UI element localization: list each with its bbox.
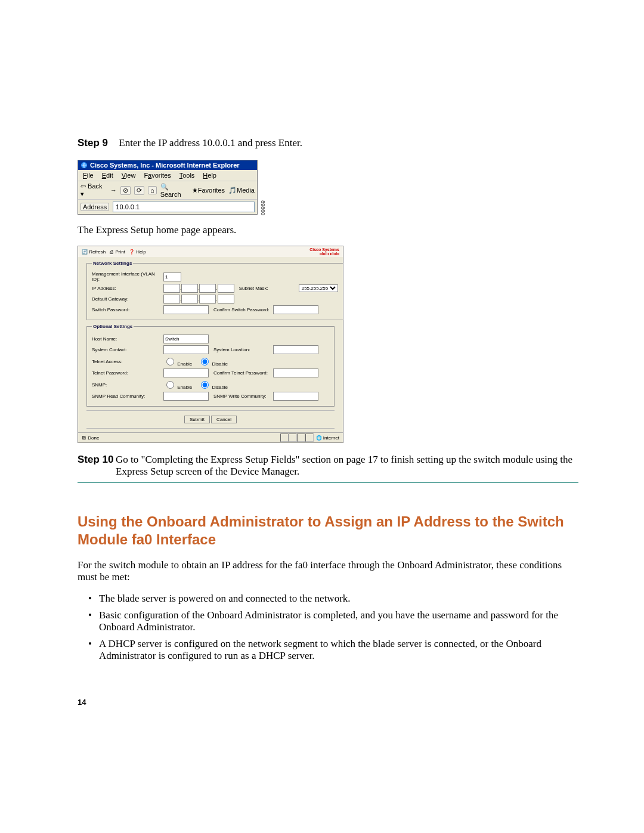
conditions-list: The blade server is powered on and conne… bbox=[88, 593, 578, 662]
step-9-line: Step 9 Enter the IP address 10.0.0.1 and… bbox=[78, 137, 578, 149]
gw-octet-4[interactable] bbox=[218, 295, 234, 304]
subnet-mask-select[interactable]: 255.255.255.0 bbox=[299, 284, 338, 292]
ie-address-bar: Address bbox=[78, 200, 257, 214]
telnet-cpw-input[interactable] bbox=[273, 368, 318, 377]
home-icon[interactable]: ⌂ bbox=[148, 186, 157, 194]
ip-octet-2[interactable] bbox=[181, 284, 198, 293]
list-item: A DHCP server is configured on the netwo… bbox=[88, 638, 578, 662]
step-10-label: Step 10 bbox=[78, 454, 116, 478]
express-setup-window: 🔄 Refresh 🖨 Print ❓ Help Cisco Systems ı… bbox=[78, 246, 343, 443]
telnet-pw-input[interactable] bbox=[163, 368, 209, 377]
section-heading: Using the Onboard Administrator to Assig… bbox=[78, 513, 578, 549]
media-button[interactable]: 🎵Media bbox=[228, 187, 255, 194]
snmp-disable-radio[interactable]: Disable bbox=[198, 379, 228, 390]
cisco-logo: Cisco Systems ıılıılıı ıılıılıı bbox=[309, 247, 339, 256]
optional-settings-box: Optional Settings Host Name: System Cont… bbox=[86, 324, 335, 407]
telnet-cpw-label: Confirm Telnet Password: bbox=[213, 370, 273, 376]
menu-tools[interactable]: Tools bbox=[176, 171, 199, 179]
ie-icon bbox=[80, 162, 88, 169]
cancel-button[interactable]: Cancel bbox=[211, 416, 237, 423]
figure-id: 89860 bbox=[260, 200, 266, 215]
gw-octet-2[interactable] bbox=[181, 295, 198, 304]
snmp-write-label: SNMP Write Community: bbox=[213, 394, 273, 399]
snmp-write-input[interactable] bbox=[273, 392, 318, 401]
network-settings-legend: Network Settings bbox=[92, 261, 133, 266]
step-9-text: Enter the IP address 10.0.0.1 and press … bbox=[119, 137, 302, 148]
forward-button[interactable]: → bbox=[110, 187, 117, 194]
status-internet: 🌐 Internet bbox=[316, 435, 339, 441]
confirm-switch-pw-label: Confirm Switch Password: bbox=[213, 307, 273, 312]
page-number: 14 bbox=[78, 698, 578, 707]
confirm-switch-pw-input[interactable] bbox=[273, 305, 318, 314]
system-contact-input[interactable] bbox=[163, 345, 209, 354]
list-item: Basic configuration of the Onboard Admin… bbox=[88, 609, 578, 633]
after-ie-text: The Express Setup home page appears. bbox=[78, 224, 578, 236]
help-link[interactable]: ❓ Help bbox=[129, 249, 146, 255]
address-input[interactable] bbox=[113, 202, 255, 212]
system-contact-label: System Contact: bbox=[92, 347, 163, 352]
favorites-button[interactable]: ★Favorites bbox=[192, 187, 225, 194]
step-10-text: Go to "Completing the Express Setup Fiel… bbox=[116, 454, 578, 478]
menu-view[interactable]: View bbox=[118, 171, 140, 179]
ie-window: Cisco Systems, Inc - Microsoft Internet … bbox=[78, 160, 258, 215]
refresh-icon[interactable]: ⟳ bbox=[134, 186, 144, 195]
ie-title-text: Cisco Systems, Inc - Microsoft Internet … bbox=[90, 162, 240, 169]
mgmt-vlan-input[interactable] bbox=[163, 272, 181, 281]
ie-toolbar: ⇦ Back ▾ → ⊘ ⟳ ⌂ 🔍Search ★Favorites 🎵Med… bbox=[78, 181, 257, 200]
host-name-label: Host Name: bbox=[92, 336, 163, 342]
snmp-read-label: SNMP Read Community: bbox=[92, 394, 163, 399]
list-item: The blade server is powered on and conne… bbox=[88, 593, 578, 605]
ip-octet-1[interactable] bbox=[163, 284, 180, 293]
gw-octet-1[interactable] bbox=[163, 295, 180, 304]
system-location-input[interactable] bbox=[273, 345, 318, 354]
stop-icon[interactable]: ⊘ bbox=[120, 186, 131, 195]
menu-favorites[interactable]: Favorites bbox=[140, 171, 174, 179]
subnet-mask-label: Subnet Mask: bbox=[239, 286, 299, 291]
switch-pw-label: Switch Password: bbox=[92, 307, 163, 312]
search-button[interactable]: 🔍Search bbox=[160, 183, 188, 198]
snmp-label: SNMP: bbox=[92, 382, 163, 388]
gateway-label: Default Gateway: bbox=[92, 296, 163, 302]
snmp-enable-radio[interactable]: Enable bbox=[163, 379, 192, 390]
step-9-label: Step 9 bbox=[78, 137, 108, 148]
print-link[interactable]: 🖨 Print bbox=[109, 249, 125, 255]
telnet-enable-radio[interactable]: Enable bbox=[163, 356, 192, 367]
menu-edit[interactable]: Edit bbox=[98, 171, 117, 179]
step-10-line: Step 10 Go to "Completing the Express Se… bbox=[78, 454, 578, 478]
telnet-disable-radio[interactable]: Disable bbox=[198, 356, 228, 367]
status-done: 🖹 Done bbox=[82, 435, 99, 441]
ip-address-label: IP Address: bbox=[92, 286, 163, 291]
ip-octet-4[interactable] bbox=[218, 284, 234, 293]
switch-pw-input[interactable] bbox=[163, 305, 209, 314]
intro-text: For the switch module to obtain an IP ad… bbox=[78, 559, 578, 583]
mgmt-vlan-label: Management Interface (VLAN ID): bbox=[92, 271, 163, 282]
ip-octet-3[interactable] bbox=[199, 284, 216, 293]
ie-menubar[interactable]: FFileile Edit View Favorites Tools Help bbox=[78, 170, 257, 181]
section-divider bbox=[78, 482, 578, 483]
menu-file[interactable]: FFileile bbox=[79, 171, 97, 179]
menu-help[interactable]: Help bbox=[199, 171, 220, 179]
gw-octet-3[interactable] bbox=[199, 295, 216, 304]
host-name-input[interactable] bbox=[163, 335, 209, 343]
back-button[interactable]: ⇦ Back ▾ bbox=[80, 182, 107, 198]
system-location-label: System Location: bbox=[213, 347, 273, 352]
telnet-access-label: Telnet Access: bbox=[92, 359, 163, 364]
ie-titlebar: Cisco Systems, Inc - Microsoft Internet … bbox=[78, 160, 257, 170]
optional-settings-legend: Optional Settings bbox=[92, 324, 134, 329]
telnet-pw-label: Telnet Password: bbox=[92, 370, 163, 376]
submit-button[interactable]: Submit bbox=[184, 416, 210, 423]
network-settings-box: Network Settings Management Interface (V… bbox=[86, 261, 343, 320]
refresh-link[interactable]: 🔄 Refresh bbox=[82, 249, 106, 255]
address-label: Address bbox=[80, 203, 109, 211]
snmp-read-input[interactable] bbox=[163, 392, 209, 401]
